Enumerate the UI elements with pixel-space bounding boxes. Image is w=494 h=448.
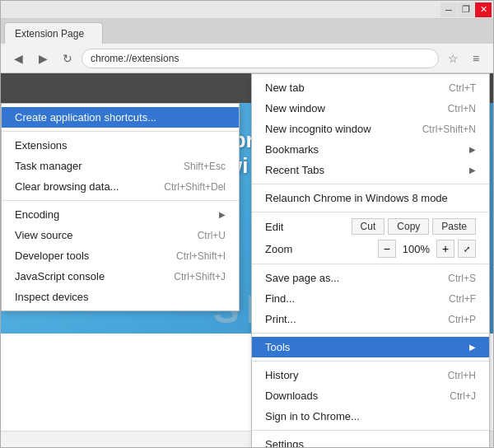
ctx-label-task-manager: Task manager <box>15 160 82 172</box>
ctx-shortcut-view-source: Ctrl+U <box>198 230 226 241</box>
ctx-right-sep-1 <box>252 184 489 184</box>
right-context-menu: New tab Ctrl+T New window Ctrl+N New inc… <box>251 73 490 447</box>
menu-button[interactable]: ≡ <box>465 48 487 69</box>
forward-button[interactable]: ▶ <box>32 48 54 69</box>
ctx-right-save-page[interactable]: Save page as... Ctrl+S <box>252 268 489 288</box>
ctx-right-shortcut-print: Ctrl+P <box>448 314 476 325</box>
refresh-button[interactable]: ↻ <box>57 48 78 69</box>
ctx-right-label-recent-tabs: Recent Tabs <box>265 164 324 176</box>
close-button[interactable]: ✕ <box>475 2 492 17</box>
ctx-right-settings[interactable]: Settings <box>252 434 489 447</box>
ctx-right-cut-button[interactable]: Cut <box>352 218 385 235</box>
ctx-right-arrow-bookmarks: ▶ <box>469 145 476 154</box>
ctx-item-task-manager[interactable]: Task manager Shift+Esc <box>2 156 239 176</box>
ctx-right-new-tab[interactable]: New tab Ctrl+T <box>252 77 489 98</box>
ctx-right-sep-4 <box>252 333 489 334</box>
ctx-shortcut-clear-browsing: Ctrl+Shift+Del <box>164 181 226 193</box>
ctx-label-extensions: Extensions <box>15 139 68 152</box>
ctx-right-print[interactable]: Print... Ctrl+P <box>252 309 489 329</box>
star-button[interactable]: ☆ <box>442 48 464 69</box>
ctx-right-shortcut-history: Ctrl+H <box>448 370 476 381</box>
ctx-right-label-new-tab: New tab <box>265 82 305 94</box>
ctx-label-developer-tools: Developer tools <box>15 250 89 262</box>
ctx-item-create-shortcuts[interactable]: Create application shortcuts... <box>2 107 239 128</box>
ctx-right-zoom-plus[interactable]: + <box>436 240 454 258</box>
ctx-item-clear-browsing[interactable]: Clear browsing data... Ctrl+Shift+Del <box>2 176 239 197</box>
ctx-right-zoom-expand[interactable]: ⤢ <box>458 240 476 258</box>
ctx-right-zoom-row: Zoom − 100% + ⤢ <box>252 237 489 260</box>
ctx-right-zoom-label: Zoom <box>265 243 378 255</box>
ctx-right-new-window[interactable]: New window Ctrl+N <box>252 98 489 119</box>
browser-tab[interactable]: Extension Page <box>4 22 103 44</box>
ctx-separator-2 <box>2 200 239 201</box>
ctx-right-label-new-window: New window <box>265 102 325 114</box>
ctx-right-edit-label: Edit <box>265 221 352 233</box>
ctx-right-zoom-controls: − 100% + ⤢ <box>378 240 476 258</box>
ctx-item-extensions[interactable]: Extensions <box>2 135 239 156</box>
ctx-right-label-bookmarks: Bookmarks <box>265 143 319 156</box>
ctx-right-label-incognito: New incognito window <box>265 123 371 135</box>
ctx-right-relaunch[interactable]: Relaunch Chrome in Windows 8 mode <box>252 188 489 208</box>
ctx-right-shortcut-downloads: Ctrl+J <box>450 390 476 402</box>
ctx-label-encoding: Encoding <box>15 208 59 221</box>
ctx-item-view-source[interactable]: View source Ctrl+U <box>2 225 239 245</box>
address-bar[interactable] <box>82 49 439 68</box>
minimize-button[interactable]: ─ <box>440 2 457 17</box>
ctx-right-label-print: Print... <box>265 313 296 325</box>
ctx-label-create-shortcuts: Create application shortcuts... <box>15 111 156 124</box>
ctx-label-inspect-devices: Inspect devices <box>15 291 89 303</box>
ctx-right-edit-row: Edit Cut Copy Paste <box>252 216 489 237</box>
ctx-right-arrow-recent-tabs: ▶ <box>469 166 476 175</box>
ctx-right-copy-button[interactable]: Copy <box>388 218 429 235</box>
ctx-right-label-relaunch: Relaunch Chrome in Windows 8 mode <box>265 192 448 204</box>
tab-bar: Extension Page <box>1 19 493 44</box>
ctx-right-arrow-tools: ▶ <box>469 343 476 352</box>
ctx-right-zoom-minus[interactable]: − <box>378 240 396 258</box>
ctx-right-sep-6 <box>252 430 489 431</box>
ctx-label-js-console: JavaScript console <box>15 270 105 282</box>
toolbar: ◀ ▶ ↻ ☆ ≡ <box>1 44 493 73</box>
ctx-right-signin[interactable]: Sign in to Chrome... <box>252 406 489 427</box>
ctx-right-shortcut-save-page: Ctrl+S <box>448 273 476 284</box>
ctx-right-zoom-value: 100% <box>399 243 433 255</box>
ctx-right-shortcut-new-window: Ctrl+N <box>448 103 476 114</box>
ctx-right-sep-3 <box>252 264 489 264</box>
content-area: Uninstall S ➕ 🌐 🚚 Enrich your br experie… <box>1 73 493 447</box>
ctx-right-shortcut-find: Ctrl+F <box>449 293 476 305</box>
ctx-shortcut-developer-tools: Ctrl+Shift+I <box>176 250 226 262</box>
ctx-right-label-tools: Tools <box>265 341 290 353</box>
ctx-right-sep-5 <box>252 361 489 362</box>
ctx-right-shortcut-new-tab: Ctrl+T <box>449 82 476 94</box>
ctx-label-clear-browsing: Clear browsing data... <box>15 180 119 193</box>
ctx-right-tools[interactable]: Tools ▶ <box>252 337 489 357</box>
ctx-right-recent-tabs[interactable]: Recent Tabs ▶ <box>252 160 489 180</box>
ctx-right-find[interactable]: Find... Ctrl+F <box>252 288 489 309</box>
ctx-right-label-signin: Sign in to Chrome... <box>265 410 360 422</box>
maximize-button[interactable]: ❐ <box>458 2 474 17</box>
title-bar: ─ ❐ ✕ <box>1 1 493 19</box>
ctx-right-label-history: History <box>265 369 298 381</box>
ctx-right-label-find: Find... <box>265 292 295 305</box>
ctx-right-label-settings: Settings <box>265 438 304 447</box>
ctx-shortcut-task-manager: Shift+Esc <box>184 161 226 172</box>
toolbar-icons: ☆ ≡ <box>442 48 487 69</box>
ctx-label-view-source: View source <box>15 229 73 241</box>
ctx-right-downloads[interactable]: Downloads Ctrl+J <box>252 385 489 406</box>
ctx-shortcut-js-console: Ctrl+Shift+J <box>174 271 226 282</box>
ctx-right-label-downloads: Downloads <box>265 390 318 402</box>
ctx-item-inspect-devices[interactable]: Inspect devices <box>2 287 239 307</box>
ctx-right-incognito[interactable]: New incognito window Ctrl+Shift+N <box>252 119 489 139</box>
left-context-menu: Create application shortcuts... Extensio… <box>1 103 240 311</box>
ctx-right-sep-2 <box>252 212 489 212</box>
back-button[interactable]: ◀ <box>7 48 29 69</box>
ctx-separator-1 <box>2 131 239 132</box>
ctx-right-bookmarks[interactable]: Bookmarks ▶ <box>252 139 489 160</box>
ctx-right-paste-button[interactable]: Paste <box>432 218 476 235</box>
ctx-right-edit-btns: Cut Copy Paste <box>352 218 476 235</box>
browser-window: ─ ❐ ✕ Extension Page ◀ ▶ ↻ ☆ ≡ Uninstall… <box>0 0 494 448</box>
ctx-item-encoding[interactable]: Encoding ▶ <box>2 204 239 225</box>
ctx-item-js-console[interactable]: JavaScript console Ctrl+Shift+J <box>2 266 239 287</box>
ctx-item-developer-tools[interactable]: Developer tools Ctrl+Shift+I <box>2 245 239 266</box>
ctx-right-history[interactable]: History Ctrl+H <box>252 365 489 385</box>
ctx-right-label-save-page: Save page as... <box>265 272 339 284</box>
